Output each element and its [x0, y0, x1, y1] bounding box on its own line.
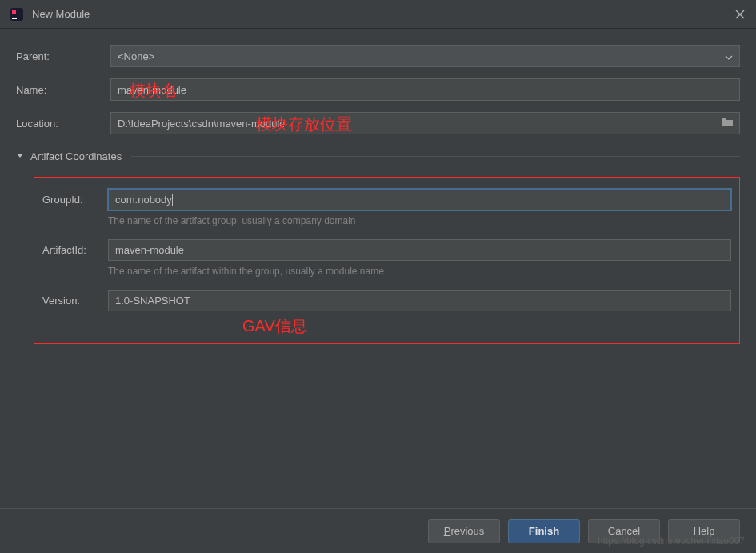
name-row: Name: 模块名	[16, 78, 740, 101]
name-label: Name:	[16, 84, 110, 96]
section-title: Artifact Coordinates	[30, 150, 122, 162]
window-title: New Module	[32, 8, 734, 20]
previous-button[interactable]: Previous	[428, 519, 500, 543]
folder-browse-icon[interactable]	[721, 117, 734, 130]
artifactid-label: ArtifactId:	[42, 239, 108, 256]
help-button[interactable]: Help	[668, 519, 740, 543]
section-divider	[131, 156, 740, 157]
groupid-row: GroupId: com.nobody The name of the arti…	[42, 189, 731, 236]
version-row: Version:	[42, 290, 731, 311]
location-input[interactable]	[110, 112, 740, 134]
svg-rect-1	[12, 10, 16, 14]
titlebar: New Module	[0, 0, 756, 29]
chevron-down-icon	[725, 50, 733, 62]
annotation-gav-info: GAV信息	[242, 315, 307, 337]
groupid-input[interactable]: com.nobody	[108, 189, 731, 210]
button-bar: Previous Finish Cancel Help	[0, 508, 756, 553]
previous-label-rest: revious	[450, 525, 484, 537]
artifactid-hint: The name of the artifact within the grou…	[108, 266, 731, 277]
parent-row: Parent: <None>	[16, 45, 740, 67]
svg-rect-2	[12, 18, 17, 19]
text-caret	[172, 194, 173, 206]
version-input[interactable]	[108, 290, 731, 311]
groupid-label: GroupId:	[42, 189, 108, 206]
artifactid-input[interactable]	[108, 239, 731, 261]
parent-label: Parent:	[16, 50, 110, 62]
artifactid-row: ArtifactId: The name of the artifact wit…	[42, 239, 731, 287]
version-label: Version:	[42, 290, 108, 307]
groupid-hint: The name of the artifact group, usually …	[108, 215, 731, 226]
dialog-content: Parent: <None> Name: 模块名 Location: 模块存放位…	[0, 29, 756, 344]
gav-annotation-box: GroupId: com.nobody The name of the arti…	[34, 177, 740, 344]
location-label: Location:	[16, 118, 110, 130]
parent-value: <None>	[118, 50, 154, 62]
location-row: Location: 模块存放位置	[16, 112, 740, 134]
close-icon[interactable]	[734, 8, 746, 21]
app-icon	[10, 7, 24, 22]
cancel-button[interactable]: Cancel	[588, 519, 660, 543]
finish-button[interactable]: Finish	[508, 519, 580, 543]
artifact-coordinates-header[interactable]: Artifact Coordinates	[16, 150, 740, 162]
parent-dropdown[interactable]: <None>	[110, 45, 740, 67]
name-input[interactable]	[110, 78, 740, 101]
chevron-down-icon	[16, 150, 24, 162]
